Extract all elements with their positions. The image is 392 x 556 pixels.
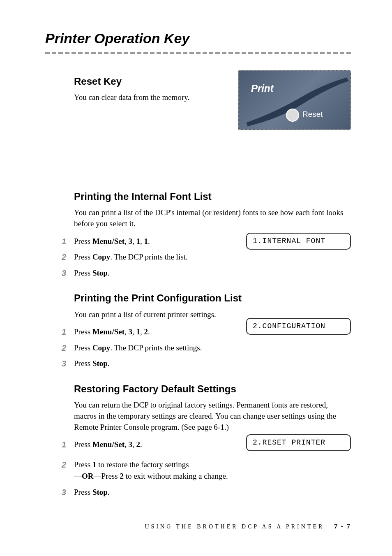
step-text: Press Stop. — [74, 358, 110, 370]
footer-page-number: 7 - 7 — [334, 522, 351, 530]
main-title: Printer Operation Key — [45, 29, 351, 49]
reset-label: Reset — [302, 109, 323, 120]
step-text: Press Stop. — [74, 267, 110, 279]
config-section: Printing the Print Configuration List Yo… — [45, 291, 351, 370]
step-number: 1 — [62, 236, 74, 247]
print-label: Print — [251, 81, 274, 95]
restore-title: Restoring Factory Default Settings — [74, 382, 351, 396]
step-number: 2 — [62, 459, 74, 470]
step-number: 1 — [62, 439, 74, 450]
restore-body: You can return the DCP to original facto… — [74, 400, 351, 433]
step-text: Press 1 to restore the factory settings—… — [74, 459, 228, 482]
reset-button-icon — [286, 109, 299, 122]
step-text: Press Menu/Set, 3, 2. — [74, 439, 142, 451]
step-text: Press Copy. The DCP prints the list. — [74, 251, 188, 263]
font-list-body: You can print a list of the DCP's intern… — [74, 207, 351, 229]
list-item: 3 Press Stop. — [62, 358, 351, 370]
title-divider — [45, 52, 351, 54]
step-number: 3 — [62, 486, 74, 498]
footer-text: USING THE BROTHER DCP AS A PRINTER — [145, 524, 325, 530]
step-text: Press Stop. — [74, 486, 110, 498]
page-footer: USING THE BROTHER DCP AS A PRINTER 7 - 7 — [145, 521, 351, 531]
print-reset-graphic: Print Reset — [238, 70, 351, 130]
restore-section: Restoring Factory Default Settings You c… — [45, 382, 351, 498]
step-number: 3 — [62, 358, 74, 369]
step-text: Press Menu/Set, 3, 1, 1. — [74, 236, 150, 248]
font-list-section: Printing the Internal Font List You can … — [45, 190, 351, 279]
reset-key-section: Reset Key You can clear data from the me… — [45, 74, 351, 171]
list-item: 3 Press Stop. — [62, 486, 351, 498]
list-item: 2 Press 1 to restore the factory setting… — [62, 459, 351, 482]
step-text: Press Copy. The DCP prints the settings. — [74, 342, 202, 354]
step-number: 1 — [62, 326, 74, 338]
step-number: 2 — [62, 251, 74, 263]
lcd-internal-font: 1.INTERNAL FONT — [246, 233, 351, 250]
list-item: 2 Press Copy. The DCP prints the list. — [62, 251, 351, 263]
list-item: 3 Press Stop. — [62, 267, 351, 279]
font-list-title: Printing the Internal Font List — [74, 190, 351, 204]
step-number: 2 — [62, 342, 74, 354]
config-body: You can print a list of current printer … — [74, 309, 230, 320]
list-item: 2 Press Copy. The DCP prints the setting… — [62, 342, 351, 354]
lcd-reset-printer: 2.RESET PRINTER — [246, 434, 351, 451]
step-number: 3 — [62, 267, 74, 279]
step-text: Press Menu/Set, 3, 1, 2. — [74, 326, 150, 338]
config-title: Printing the Print Configuration List — [74, 291, 351, 305]
lcd-configuration: 2.CONFIGURATION — [246, 318, 351, 335]
